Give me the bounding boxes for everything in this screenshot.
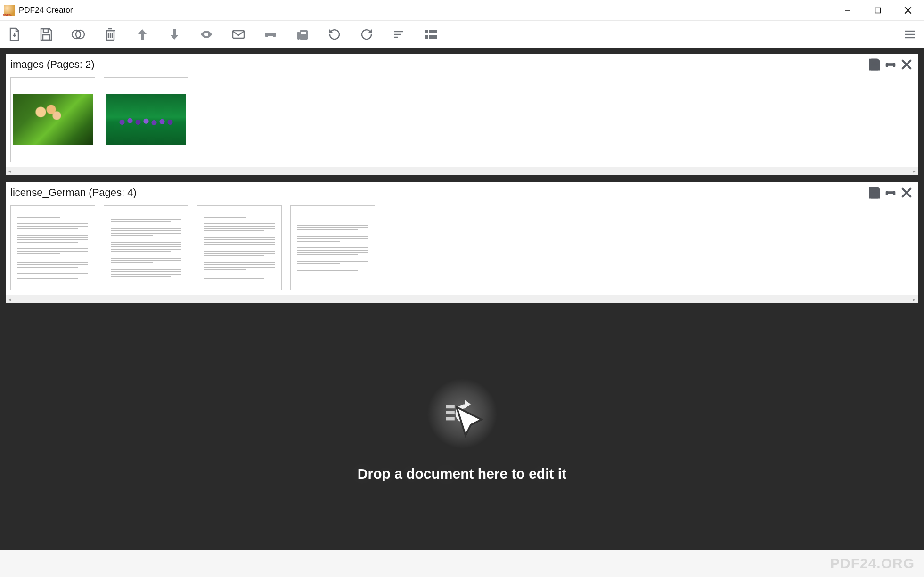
app-icon (4, 5, 15, 16)
menu-button[interactable] (901, 26, 918, 43)
email-button[interactable] (230, 26, 247, 43)
new-file-button[interactable] (6, 26, 23, 43)
horizontal-scrollbar[interactable]: ◂▸ (6, 295, 918, 303)
svg-rect-43 (872, 187, 876, 191)
text-page-preview (17, 217, 88, 279)
svg-rect-27 (425, 30, 428, 33)
svg-rect-6 (43, 29, 48, 33)
document-close-button[interactable] (899, 185, 915, 201)
svg-rect-31 (429, 35, 433, 39)
delete-button[interactable] (102, 26, 119, 43)
svg-rect-37 (871, 65, 877, 70)
document-print-button[interactable] (883, 57, 899, 73)
svg-rect-23 (301, 32, 306, 34)
page-thumbnail[interactable] (10, 77, 95, 162)
grid-view-button[interactable] (422, 26, 439, 43)
thumbnail-strip (6, 74, 918, 167)
svg-rect-46 (888, 188, 893, 192)
svg-rect-44 (871, 193, 877, 198)
drop-zone-text: Drop a document here to edit it (358, 466, 566, 482)
document-header: images (Pages: 2) (6, 54, 918, 74)
document-save-button[interactable] (867, 57, 883, 73)
horizontal-scrollbar[interactable]: ◂▸ (6, 167, 918, 175)
merge-button[interactable] (70, 26, 87, 43)
page-thumbnail[interactable] (10, 205, 95, 290)
svg-rect-47 (888, 194, 893, 198)
svg-rect-7 (43, 35, 49, 40)
toolbar (0, 21, 924, 48)
sort-button[interactable] (390, 26, 407, 43)
maximize-button[interactable] (863, 0, 893, 21)
page-thumbnail[interactable] (104, 77, 188, 162)
footer: PDF24.ORG (0, 550, 924, 577)
text-page-preview (297, 225, 368, 271)
thumbnail-strip (6, 203, 918, 295)
titlebar: PDF24 Creator (0, 0, 924, 21)
scroll-right-icon[interactable]: ▸ (913, 296, 916, 302)
scroll-left-icon[interactable]: ◂ (8, 168, 11, 174)
workspace: images (Pages: 2) ◂▸ license_German (Pag… (0, 48, 924, 550)
svg-rect-1 (875, 8, 881, 13)
document-close-button[interactable] (899, 57, 915, 73)
save-button[interactable] (38, 26, 55, 43)
scroll-left-icon[interactable]: ◂ (8, 296, 11, 302)
text-page-preview (204, 217, 275, 279)
text-page-preview (111, 219, 181, 277)
image-preview (13, 94, 93, 145)
cursor-icon (451, 404, 494, 446)
move-down-button[interactable] (166, 26, 183, 43)
svg-rect-40 (888, 66, 893, 70)
app-title: PDF24 Creator (19, 6, 73, 15)
print-button[interactable] (262, 26, 279, 43)
image-preview (106, 94, 186, 145)
document-title: images (Pages: 2) (10, 58, 95, 71)
fax-button[interactable] (294, 26, 311, 43)
rotate-right-button[interactable] (358, 26, 375, 43)
svg-rect-20 (268, 36, 273, 40)
close-button[interactable] (893, 0, 923, 21)
svg-rect-22 (297, 32, 300, 40)
svg-rect-19 (268, 29, 273, 33)
page-thumbnail[interactable] (197, 205, 282, 290)
document-save-button[interactable] (867, 185, 883, 201)
footer-brand: PDF24.ORG (830, 555, 915, 571)
svg-rect-29 (433, 30, 437, 33)
preview-button[interactable] (198, 26, 215, 43)
page-thumbnail[interactable] (290, 205, 375, 290)
document-print-button[interactable] (883, 185, 899, 201)
svg-rect-39 (888, 60, 893, 64)
svg-rect-32 (433, 35, 437, 39)
drop-zone[interactable]: Drop a document here to edit it (6, 310, 918, 550)
svg-rect-36 (872, 59, 876, 63)
move-up-button[interactable] (134, 26, 151, 43)
svg-rect-28 (429, 30, 433, 33)
document-panel-images[interactable]: images (Pages: 2) ◂▸ (6, 54, 918, 175)
svg-point-16 (204, 33, 208, 36)
document-title: license_German (Pages: 4) (10, 187, 137, 199)
svg-rect-30 (425, 35, 428, 39)
minimize-button[interactable] (833, 0, 863, 21)
scroll-right-icon[interactable]: ▸ (913, 168, 916, 174)
page-thumbnail[interactable] (104, 205, 188, 290)
document-panel-license[interactable]: license_German (Pages: 4) (6, 182, 918, 303)
rotate-left-button[interactable] (326, 26, 343, 43)
drop-zone-icon (427, 378, 498, 449)
document-header: license_German (Pages: 4) (6, 182, 918, 203)
